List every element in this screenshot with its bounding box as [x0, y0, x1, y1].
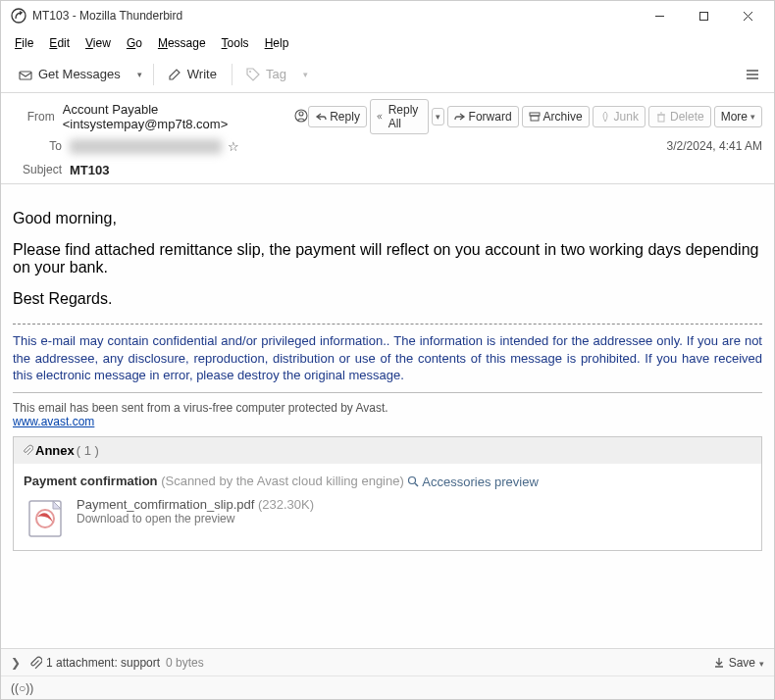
avast-note: This email has been sent from a virus-fr… [13, 401, 762, 428]
attachment-filename: Payment_comfirmation_slip.pdf [77, 497, 254, 512]
tag-button[interactable]: Tag [236, 62, 295, 87]
attachment-summary[interactable]: 1 attachment: support [46, 656, 160, 670]
delete-button[interactable]: Delete [648, 106, 711, 127]
minimize-button[interactable] [638, 1, 682, 30]
connection-status-icon[interactable]: ((○)) [11, 681, 33, 695]
svg-line-18 [415, 483, 418, 486]
save-button[interactable]: Save [713, 656, 755, 670]
status-bar: ((○)) [1, 675, 774, 699]
separator [153, 64, 154, 85]
separator [232, 64, 232, 85]
annex-box: Annex ( 1 ) Payment confirmation (Scanne… [13, 436, 762, 551]
tag-dropdown[interactable]: ▾ [297, 70, 315, 79]
junk-button[interactable]: Junk [593, 106, 646, 127]
annex-header: Annex ( 1 ) [14, 437, 761, 464]
reply-icon [315, 111, 327, 123]
menu-tools[interactable]: Tools [216, 34, 255, 52]
app-icon [11, 8, 26, 24]
menu-button[interactable] [739, 61, 766, 88]
maximize-button[interactable] [682, 1, 726, 30]
disclaimer-text: This e-mail may contain confidential and… [13, 332, 762, 384]
attachment-bar: ❯ 1 attachment: support 0 bytes Save ▾ [1, 648, 774, 675]
svg-point-6 [249, 71, 251, 73]
subject-label: Subject [13, 163, 62, 176]
pencil-icon [167, 67, 182, 82]
from-label: From [13, 110, 55, 124]
message-body: Good morning, Please find attached remit… [1, 184, 774, 648]
body-p3: Best Regards. [13, 290, 762, 308]
close-button[interactable] [726, 1, 770, 30]
download-icon [713, 657, 725, 669]
reply-all-button[interactable]: Reply All [370, 99, 429, 134]
menu-view[interactable]: View [79, 34, 117, 52]
to-label: To [13, 139, 62, 153]
hamburger-icon [745, 67, 760, 82]
forward-button[interactable]: Forward [447, 106, 519, 127]
toolbar: Get Messages ▾ Write Tag ▾ [1, 56, 774, 93]
get-messages-dropdown[interactable]: ▾ [131, 70, 149, 79]
tag-icon [245, 67, 261, 82]
menu-go[interactable]: Go [121, 34, 148, 52]
annex-section: Payment confirmation (Scanned by the Ava… [24, 474, 751, 489]
attachment-total-size: 0 bytes [166, 656, 204, 670]
svg-point-17 [409, 476, 416, 483]
forward-icon [454, 111, 466, 123]
svg-rect-13 [531, 116, 539, 121]
thunderbird-window: MT103 - Mozilla Thunderbird File Edit Vi… [0, 0, 775, 700]
paperclip-icon [28, 656, 42, 670]
expand-attachments[interactable]: ❯ [11, 656, 21, 670]
inbox-icon [18, 67, 33, 82]
svg-point-11 [299, 112, 303, 116]
dashed-separator [13, 324, 762, 325]
svg-rect-5 [20, 72, 31, 79]
save-dropdown[interactable]: ▾ [759, 656, 764, 670]
svg-rect-14 [658, 115, 664, 122]
junk-icon [599, 111, 611, 123]
window-controls [638, 1, 770, 30]
menu-help[interactable]: Help [259, 34, 295, 52]
message-actions: Reply Reply All ▾ Forward Archive Junk D… [308, 99, 762, 134]
message-date: 3/2/2024, 4:41 AM [667, 139, 762, 153]
write-button[interactable]: Write [158, 62, 226, 87]
attachment-item[interactable]: Payment_comfirmation_slip.pdf (232.30K) … [24, 497, 751, 540]
more-button[interactable]: More ▾ [714, 106, 762, 127]
attachment-size: (232.30K) [258, 497, 314, 512]
archive-icon [529, 111, 541, 123]
menu-file[interactable]: File [9, 34, 39, 52]
avast-link[interactable]: www.avast.com [13, 415, 94, 428]
pdf-icon [24, 497, 67, 540]
menu-edit[interactable]: Edit [43, 34, 76, 52]
svg-rect-2 [700, 12, 708, 20]
star-icon[interactable]: ☆ [228, 139, 239, 154]
to-value[interactable]: ████████████████ [70, 139, 222, 154]
reply-button[interactable]: Reply [308, 106, 367, 127]
body-p2: Please find attached remittance slip, th… [13, 241, 762, 276]
get-messages-button[interactable]: Get Messages [9, 62, 129, 87]
reply-all-icon [377, 111, 386, 123]
paperclip-icon [22, 444, 33, 456]
thin-separator [13, 392, 762, 393]
titlebar: MT103 - Mozilla Thunderbird [1, 1, 774, 30]
trash-icon [655, 111, 667, 123]
message-headers: From Account Payable <intsystempay@mp7t8… [1, 93, 774, 184]
accessories-preview-link[interactable]: Accessories preview [407, 475, 538, 489]
annex-body: Payment confirmation (Scanned by the Ava… [14, 464, 761, 550]
window-title: MT103 - Mozilla Thunderbird [32, 9, 638, 23]
download-hint: Download to open the preview [77, 512, 314, 525]
contact-icon[interactable] [294, 109, 308, 125]
menu-message[interactable]: Message [152, 34, 212, 52]
svg-point-0 [12, 9, 26, 23]
menubar: File Edit View Go Message Tools Help [1, 30, 774, 56]
subject-value: MT103 [70, 163, 109, 177]
reply-all-dropdown[interactable]: ▾ [432, 108, 444, 125]
body-p1: Good morning, [13, 210, 762, 227]
from-value[interactable]: Account Payable <intsystempay@mp7t8.com> [63, 102, 288, 131]
archive-button[interactable]: Archive [522, 106, 590, 127]
